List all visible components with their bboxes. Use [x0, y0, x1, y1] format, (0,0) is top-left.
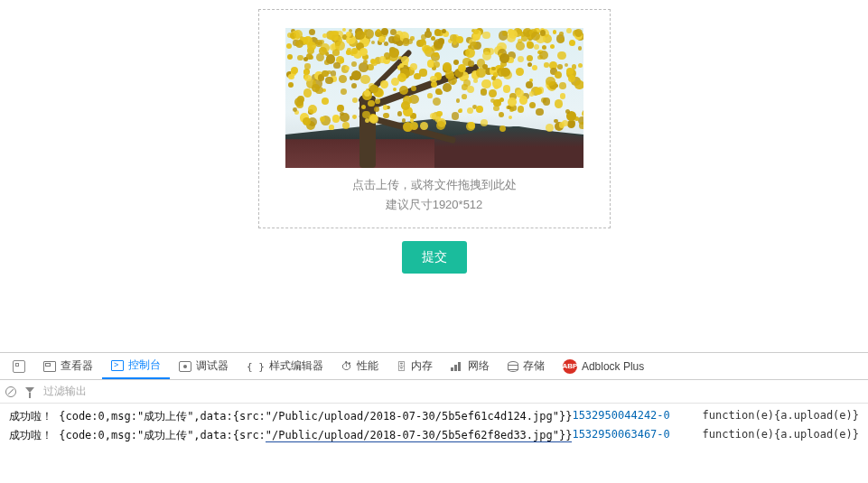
devtools-panel: 查看器 控制台 调试器 样式编辑器 性能 内存 网络 存储: [0, 352, 868, 463]
upload-preview-image: [285, 28, 583, 168]
tab-performance[interactable]: 性能: [332, 353, 387, 379]
console-output: 成功啦！ {code:0,msg:"成功上传",data:{src:"/Publ…: [0, 404, 868, 463]
tab-style-label: 样式编辑器: [269, 358, 323, 374]
debugger-icon: [179, 361, 191, 372]
tab-network-label: 网络: [468, 358, 490, 374]
console-log-row: 成功啦！ {code:0,msg:"成功上传",data:{src:"/Publ…: [9, 426, 859, 445]
upload-hint-line2: 建议尺寸1920*512: [268, 195, 601, 215]
tab-storage[interactable]: 存储: [499, 353, 554, 379]
network-icon: [451, 362, 463, 371]
tab-storage-label: 存储: [523, 358, 545, 374]
tab-network[interactable]: 网络: [442, 353, 499, 379]
filter-icon[interactable]: [25, 387, 34, 396]
tab-debugger-label: 调试器: [196, 358, 229, 374]
pick-element-icon: [13, 360, 25, 373]
tab-inspector[interactable]: 查看器: [34, 353, 102, 379]
devtools-tabbar: 查看器 控制台 调试器 样式编辑器 性能 内存 网络 存储: [0, 353, 868, 380]
memory-icon: [397, 360, 406, 373]
filter-input-placeholder[interactable]: 过滤输出: [43, 384, 87, 399]
performance-icon: [341, 360, 352, 373]
console-icon: [111, 360, 124, 371]
tab-debugger[interactable]: 调试器: [170, 353, 238, 379]
upload-dropzone[interactable]: 点击上传，或将文件拖拽到此处 建议尺寸1920*512: [258, 9, 611, 228]
console-log-function: function(e){a.upload(e)}: [703, 428, 859, 443]
tab-inspector-label: 查看器: [61, 358, 93, 374]
console-log-time: 1532950063467-0: [572, 428, 702, 443]
tab-performance-label: 性能: [357, 358, 378, 374]
tab-adblock-plus[interactable]: ABP Adblock Plus: [554, 353, 653, 379]
tab-memory-label: 内存: [411, 358, 433, 374]
submit-button[interactable]: 提交: [402, 241, 467, 274]
upload-widget: 点击上传，或将文件拖拽到此处 建议尺寸1920*512 提交: [258, 9, 611, 274]
tab-console-label: 控制台: [128, 358, 161, 373]
devtools-pick-element-button[interactable]: [4, 353, 34, 379]
page-content: 点击上传，或将文件拖拽到此处 建议尺寸1920*512 提交: [0, 0, 868, 325]
tab-adblock-label: Adblock Plus: [582, 360, 644, 373]
console-log-time: 1532950044242-0: [572, 409, 702, 424]
console-log-function: function(e){a.upload(e)}: [703, 409, 859, 424]
console-log-message: 成功啦！ {code:0,msg:"成功上传",data:{src:"/Publ…: [9, 409, 572, 424]
adblock-icon: ABP: [563, 359, 577, 374]
style-icon: [247, 360, 265, 373]
tab-memory[interactable]: 内存: [387, 353, 442, 379]
inspector-icon: [43, 361, 56, 372]
storage-icon: [508, 361, 518, 372]
tab-console[interactable]: 控制台: [102, 353, 170, 379]
tab-style-editor[interactable]: 样式编辑器: [238, 353, 332, 379]
clear-console-button[interactable]: [5, 386, 16, 397]
console-toolbar: 过滤输出: [0, 380, 868, 404]
console-log-message: 成功啦！ {code:0,msg:"成功上传",data:{src:"/Publ…: [9, 428, 572, 443]
console-log-row: 成功啦！ {code:0,msg:"成功上传",data:{src:"/Publ…: [9, 407, 859, 426]
upload-hint-line1: 点击上传，或将文件拖拽到此处: [268, 175, 601, 195]
